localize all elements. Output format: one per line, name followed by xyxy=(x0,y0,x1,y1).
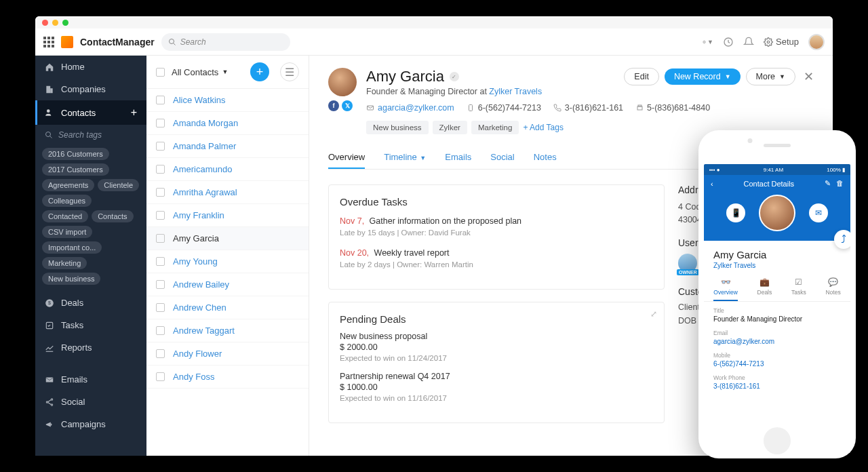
tab-emails[interactable]: Emails xyxy=(445,146,471,169)
tag-chip[interactable]: Contacted xyxy=(42,210,88,222)
search-tags-input[interactable]: Search tags xyxy=(35,125,146,145)
detail-tag[interactable]: Marketing xyxy=(471,121,519,134)
deal-item[interactable]: Partnership renewal Q4 2017$ 1000.00Expe… xyxy=(340,372,653,402)
nav-home[interactable]: Home xyxy=(35,56,146,78)
row-checkbox[interactable] xyxy=(156,303,165,312)
contact-row[interactable]: Andy Foss xyxy=(146,366,309,389)
row-checkbox[interactable] xyxy=(156,372,165,381)
phone-tab-tasks[interactable]: ☑Tasks xyxy=(791,277,806,301)
contact-row[interactable]: Amy Young xyxy=(146,250,309,273)
contact-row[interactable]: Amritha Agrawal xyxy=(146,181,309,204)
add-contact-fab[interactable]: + xyxy=(250,62,269,81)
tag-chip[interactable]: 2016 Customers xyxy=(42,148,109,160)
edit-icon[interactable]: ✎ xyxy=(825,179,831,188)
deal-item[interactable]: New business proposal$ 2000.00Expected t… xyxy=(340,332,653,362)
nav-emails[interactable]: Emails xyxy=(35,368,146,391)
contact-row[interactable]: Americamundo xyxy=(146,158,309,181)
globe-icon[interactable]: ▼ xyxy=(703,37,713,47)
phone-tab-deals[interactable]: 💼Deals xyxy=(757,277,772,301)
nav-campaigns[interactable]: Campaigns xyxy=(35,413,146,435)
contact-row[interactable]: Andy Flower xyxy=(146,342,309,366)
tab-timeline[interactable]: Timeline ▼ xyxy=(384,146,426,169)
nav-companies[interactable]: Companies xyxy=(35,78,146,100)
tag-chip[interactable]: CSV import xyxy=(42,226,92,238)
row-checkbox[interactable] xyxy=(156,188,165,197)
contact-row[interactable]: Alice Watkins xyxy=(146,89,309,112)
phone-field-value[interactable]: 6-(562)744-7213 xyxy=(713,360,841,368)
nav-reports[interactable]: Reports xyxy=(35,336,146,359)
share-fab[interactable]: ⤴ xyxy=(834,230,850,249)
detail-tag[interactable]: New business xyxy=(366,121,429,134)
add-contact-icon[interactable]: + xyxy=(131,106,137,119)
phone-company-link[interactable]: Zylker Travels xyxy=(713,262,841,269)
row-checkbox[interactable] xyxy=(156,165,165,174)
contact-row[interactable]: Amanda Palmer xyxy=(146,135,309,158)
more-button[interactable]: More▼ xyxy=(746,68,795,85)
add-tags-button[interactable]: + Add Tags xyxy=(523,123,564,132)
row-checkbox[interactable] xyxy=(156,349,165,358)
nav-contacts[interactable]: Contacts+ xyxy=(35,100,146,125)
phone-tab-overview[interactable]: 👓Overview xyxy=(713,277,737,301)
window-close-icon[interactable] xyxy=(42,20,48,26)
row-checkbox[interactable] xyxy=(156,257,165,266)
tag-chip[interactable]: New business xyxy=(42,273,100,285)
twitter-icon[interactable]: 𝕏 xyxy=(342,100,353,111)
row-checkbox[interactable] xyxy=(156,142,165,151)
phone-field-value[interactable]: 3-(816)621-161 xyxy=(713,382,841,390)
delete-icon[interactable]: 🗑 xyxy=(836,179,844,188)
edit-button[interactable]: Edit xyxy=(624,68,659,85)
close-icon[interactable]: ✕ xyxy=(804,69,814,84)
detail-tag[interactable]: Zylker xyxy=(433,121,467,134)
phone-home-button[interactable] xyxy=(764,427,791,454)
phone-tab-notes[interactable]: 💬Notes xyxy=(825,277,840,301)
nav-deals[interactable]: $Deals xyxy=(35,292,146,314)
contact-row[interactable]: Amy Franklin xyxy=(146,204,309,227)
nav-tasks[interactable]: Tasks xyxy=(35,314,146,336)
tag-chip[interactable]: Agreements xyxy=(42,179,94,191)
facebook-icon[interactable]: f xyxy=(328,100,339,111)
tab-notes[interactable]: Notes xyxy=(534,146,557,169)
select-all-checkbox[interactable] xyxy=(156,68,165,77)
expand-icon[interactable]: ⤢ xyxy=(650,309,657,319)
bell-icon[interactable] xyxy=(743,37,754,47)
tag-chip[interactable]: 2017 Customers xyxy=(42,163,109,176)
row-checkbox[interactable] xyxy=(156,119,165,127)
tag-chip[interactable]: Marketing xyxy=(42,257,87,269)
list-view-selector[interactable]: All Contacts▼ xyxy=(172,67,228,77)
row-checkbox[interactable] xyxy=(156,280,165,289)
tab-overview[interactable]: Overview xyxy=(328,146,365,169)
list-options-button[interactable]: ☰ xyxy=(280,62,299,81)
setup-button[interactable]: Setup xyxy=(764,37,799,47)
contact-row[interactable]: Andrew Bailey xyxy=(146,273,309,296)
contact-row[interactable]: Amy Garcia xyxy=(146,227,309,250)
row-checkbox[interactable] xyxy=(156,326,165,335)
tag-chip[interactable]: Clientele xyxy=(98,179,139,191)
company-link[interactable]: Zylker Travels xyxy=(489,87,542,96)
apps-grid-icon[interactable] xyxy=(43,37,54,47)
owner-badge[interactable]: OWNER xyxy=(678,254,697,273)
window-minimize-icon[interactable] xyxy=(52,20,58,26)
tag-chip[interactable]: Colleagues xyxy=(42,195,92,207)
new-record-button[interactable]: New Record▼ xyxy=(665,68,741,85)
clock-icon[interactable] xyxy=(723,37,734,47)
contact-row[interactable]: Andrew Taggart xyxy=(146,319,309,342)
phone-call-button[interactable]: 📱 xyxy=(726,203,745,222)
pending-deals-card: ⤢ Pending Deals New business proposal$ 2… xyxy=(328,302,665,423)
tag-chip[interactable]: Contacts xyxy=(92,210,133,222)
row-checkbox[interactable] xyxy=(156,211,165,220)
contact-row[interactable]: Andrew Chen xyxy=(146,296,309,319)
tag-chip[interactable]: Important co... xyxy=(42,241,102,254)
window-maximize-icon[interactable] xyxy=(62,20,68,26)
home-icon xyxy=(45,62,54,72)
row-checkbox[interactable] xyxy=(156,96,165,104)
phone-field-value[interactable]: agarcia@zylker.com xyxy=(713,338,841,345)
row-checkbox[interactable] xyxy=(156,234,165,243)
user-avatar[interactable] xyxy=(808,34,825,50)
task-item[interactable]: Nov 20, Weekly travel reportLate by 2 da… xyxy=(340,246,653,269)
task-item[interactable]: Nov 7, Gather information on the propose… xyxy=(340,214,653,237)
tab-social[interactable]: Social xyxy=(490,146,514,169)
global-search-input[interactable]: Search xyxy=(161,33,290,51)
phone-mail-button[interactable]: ✉ xyxy=(809,203,828,222)
nav-social[interactable]: Social xyxy=(35,391,146,413)
contact-row[interactable]: Amanda Morgan xyxy=(146,112,309,135)
